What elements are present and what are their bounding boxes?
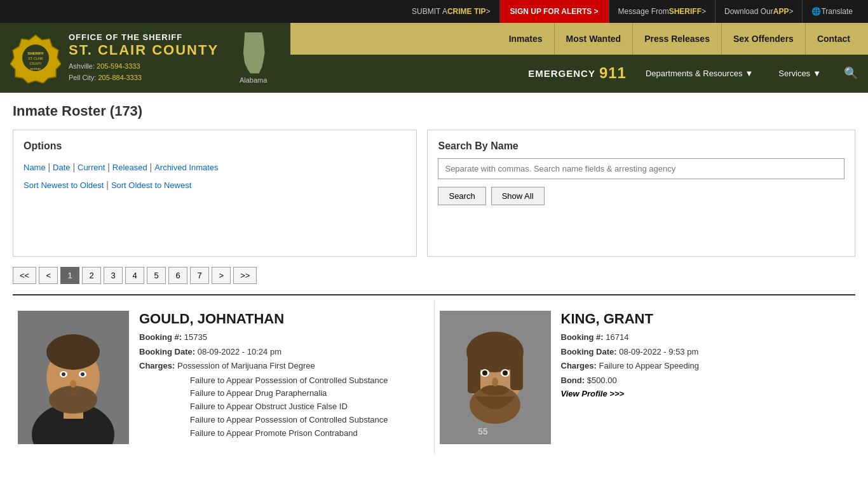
ashville-label: Ashville: [69,62,95,70]
inmate-bond-king: Bond: $500.00 [561,374,851,387]
alerts-link[interactable]: SIGN UP FOR ALERTS > [500,0,609,23]
charge-item: Failure to Appear Possession of Controll… [190,414,429,427]
sheriff-message-link[interactable]: Message From SHERIFF > [609,0,715,23]
search-buttons: Search Show All [438,187,844,205]
search-panel-title: Search By Name [438,140,844,152]
filter-current[interactable]: Current [78,163,105,172]
inmate-booking-num-gould: Booking #: 15735 [139,331,429,344]
page-2-btn[interactable]: 2 [82,267,101,284]
inmate-booking-num-king: Booking #: 16714 [561,331,851,344]
translate-link[interactable]: 🌐 Translate [803,0,862,23]
page-first-btn[interactable]: << [13,267,36,284]
page-1-btn[interactable]: 1 [60,267,79,284]
page-3-btn[interactable]: 3 [104,267,123,284]
svg-point-29 [481,385,509,395]
svg-text:COUNTY: COUNTY [30,62,42,65]
sheriff-badge: SHERIFF ST. CLAIR COUNTY MURRAY [10,32,61,83]
inmate-card-gould: GOULD, JOHNATHAN Booking #: 15735 Bookin… [13,301,435,454]
emergency-block: EMERGENCY 911 [528,64,627,82]
main-content: Inmate Roster (173) Options Name | Date … [0,93,868,464]
svg-rect-26 [468,355,480,393]
svg-point-17 [81,372,85,376]
svg-point-34 [492,377,498,386]
nav-contact[interactable]: Contact [806,23,862,55]
nav-inmates[interactable]: Inmates [498,23,555,55]
options-title: Options [24,140,406,152]
inmate-info-gould: GOULD, JOHNATHAN Booking #: 15735 Bookin… [139,311,429,444]
charge-item: Failure to Appear Drug Paraphernalia [190,387,429,400]
svg-text:MURRAY: MURRAY [30,67,41,71]
inmate-charges-gould: Charges: Possession of Marijuana First D… [139,360,429,372]
services-dropdown[interactable]: Services ▼ [772,65,827,82]
emergency-label: EMERGENCY [528,68,595,79]
search-button[interactable]: Search [438,187,485,205]
nav-press-releases[interactable]: Press Releases [633,23,722,55]
pagination: << < 1 2 3 4 5 6 7 > >> [13,267,855,284]
charge-item: Failure to Appear Promote Prison Contrab… [190,427,429,440]
emergency-number: 911 [599,64,627,82]
options-panel: Options Name | Date | Current | Released… [13,130,417,257]
svg-point-18 [70,380,76,388]
view-profile-link-king[interactable]: View Profile >>> [561,389,625,398]
secondary-navigation: EMERGENCY 911 Departments & Resources ▼ … [290,55,868,92]
show-all-button[interactable]: Show All [491,187,545,205]
inmate-view-profile-king: View Profile >>> [561,388,851,398]
filter-released[interactable]: Released [112,163,147,172]
inmate-info-king: KING, GRANT Booking #: 16714 Booking Dat… [561,311,851,444]
pellcity-label: Pell City: [69,74,96,81]
nav-sex-offenders[interactable]: Sex Offenders [722,23,806,55]
svg-text:ST. CLAIR: ST. CLAIR [28,57,43,60]
departments-dropdown[interactable]: Departments & Resources ▼ [639,65,759,82]
inmate-booking-date-king: Booking Date: 08-09-2022 - 9:53 pm [561,346,851,358]
main-navigation: Inmates Most Wanted Press Releases Sex O… [290,23,868,55]
page-7-btn[interactable]: 7 [190,267,209,284]
nav-most-wanted[interactable]: Most Wanted [555,23,634,55]
name-search-input[interactable] [438,158,844,179]
ashville-phone[interactable]: 205-594-3333 [97,62,140,70]
header-search-icon[interactable]: 🔍 [840,62,862,84]
pellcity-phone[interactable]: 205-884-3333 [98,74,142,81]
office-title: OFFICE OF THE SHERIFF [69,32,219,42]
sort-oldest[interactable]: Sort Oldest to Newest [111,180,191,190]
filter-name[interactable]: Name [24,163,46,172]
alabama-map-shape [239,32,268,74]
county-name: ST. CLAIR COUNTY [69,42,219,58]
top-bar: SUBMIT A CRIME TIP > SIGN UP FOR ALERTS … [0,0,868,23]
state-label: Alabama [240,76,267,84]
svg-point-13 [49,386,97,414]
page-last-btn[interactable]: >> [233,267,257,284]
search-panel: Search By Name Search Show All [427,130,855,257]
svg-rect-27 [510,355,523,390]
panels-row: Options Name | Date | Current | Released… [13,130,855,257]
filter-date[interactable]: Date [53,163,70,172]
inmate-charges-king: Charges: Failure to Appear Speeding [561,360,851,372]
inmate-card-king: 55 [435,301,856,454]
charge-item: Failure to Appear Obstruct Justice False… [190,400,429,414]
svg-text:55: 55 [478,426,488,437]
page-title: Inmate Roster (173) [13,103,855,119]
sort-newest[interactable]: Sort Newest to Oldest [24,180,104,190]
crime-tip-link[interactable]: SUBMIT A CRIME TIP > [403,0,499,23]
page-5-btn[interactable]: 5 [147,267,166,284]
page-6-btn[interactable]: 6 [168,267,187,284]
svg-point-33 [503,370,508,376]
filter-links: Name | Date | Current | Released | Archi… [24,158,406,194]
site-header: SHERIFF ST. CLAIR COUNTY MURRAY OFFICE O… [0,23,868,93]
header-phones: Ashville: 205-594-3333 Pell City: 205-88… [69,61,219,83]
page-prev-btn[interactable]: < [39,267,58,284]
filter-archived[interactable]: Archived Inmates [154,163,218,172]
svg-point-16 [62,372,65,376]
inmate-photo-gould [18,311,129,444]
inmate-name-gould: GOULD, JOHNATHAN [139,311,429,327]
header-text: OFFICE OF THE SHERIFF ST. CLAIR COUNTY A… [69,32,219,83]
page-4-btn[interactable]: 4 [125,267,144,284]
services-chevron-icon: ▼ [813,69,821,78]
page-next-btn[interactable]: > [212,267,231,284]
header-nav: Inmates Most Wanted Press Releases Sex O… [290,23,868,93]
inmates-grid: GOULD, JOHNATHAN Booking #: 15735 Bookin… [13,301,855,454]
dropdown-chevron-icon: ▼ [745,69,753,78]
app-download-link[interactable]: Download Our APP > [715,0,803,23]
charge-item: Failure to Appear Possession of Controll… [190,374,429,388]
divider [13,294,855,295]
state-map: Alabama [226,32,280,84]
